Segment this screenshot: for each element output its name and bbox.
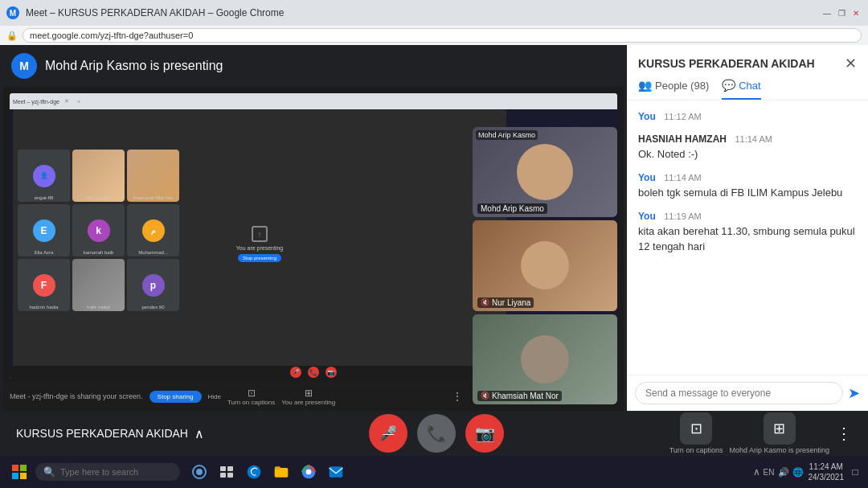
arip-label: Mohd Arip Kasmo	[476, 130, 538, 140]
network-icon[interactable]: 🌐	[792, 467, 804, 478]
cortana-icon	[191, 464, 207, 480]
svg-rect-7	[227, 466, 233, 471]
notification-center[interactable]: □	[849, 465, 862, 478]
captions-btn-icon: ⊡	[680, 412, 712, 445]
hide-button[interactable]: Hide	[208, 393, 221, 400]
captions-control[interactable]: ⊡ Turn on captions	[227, 388, 275, 406]
url-input[interactable]: meet.google.com/yzj-tftn-dge?authuser=0	[23, 28, 862, 43]
sharing-overlay: Meet - yzj-tftn-dge is sharing your scre…	[3, 382, 469, 411]
close-panel-button[interactable]: ✕	[845, 55, 857, 72]
mute-button[interactable]: 🎤 —	[369, 414, 407, 453]
close-button[interactable]: ✕	[850, 7, 862, 18]
captions-button[interactable]: ⊡ Turn on captions	[669, 412, 723, 454]
mini-card-shaoreen: م Muhammad...	[127, 204, 179, 256]
taskview-icon	[219, 464, 235, 480]
msg-text-4: kita akan berehat 11.30, smbung semula p…	[638, 224, 857, 253]
panel-header: KURSUS PERKADERAN AKIDAH ✕	[627, 45, 868, 72]
chat-input[interactable]	[635, 382, 843, 404]
minimize-button[interactable]: —	[821, 7, 833, 18]
chat-message-4: You 11:19 AM kita akan berehat 11.30, sm…	[638, 208, 857, 253]
taskbar-time: 11:24 AM 24/3/2021	[809, 461, 845, 482]
taskbar-search[interactable]: 🔍	[35, 463, 180, 481]
mini-card-pendex: p pendex 90	[127, 259, 179, 311]
taskbar: 🔍	[0, 456, 868, 488]
presenting-icon: ⊞	[305, 388, 313, 399]
camera-off-button[interactable]: 📷	[465, 414, 504, 453]
taskbar-app-mail[interactable]	[323, 459, 349, 485]
captions-btn-label: Turn on captions	[669, 446, 723, 454]
taskbar-search-input[interactable]	[60, 467, 171, 477]
thumb-name-liyana: 🔇 Nur Liyana	[477, 297, 534, 308]
taskbar-app-edge[interactable]	[241, 459, 267, 485]
mini-avatar-pendex: p	[142, 274, 165, 297]
room-name-label: KURSUS PERKADERAN AKIDAH	[16, 427, 188, 440]
chrome-taskbar-icon	[301, 464, 317, 480]
chat-message-1: You 11:12 AM	[638, 109, 857, 123]
taskbar-app-taskview[interactable]	[214, 459, 240, 485]
chevron-up-icon[interactable]: ∧	[194, 426, 204, 441]
thumbnail-khamsiah: 🔇 Khamsiah Mat Nor	[473, 314, 617, 404]
mini-name-shaoreen: Muhammad...	[129, 250, 178, 255]
arip-face	[517, 144, 573, 200]
side-thumbnails: Mohd Arip Kasmo Mohd Arip Kasmo 🔇 Nur Li…	[473, 127, 617, 404]
mini-card-liyana: Nur Liyana	[72, 150, 125, 202]
inner-end-button[interactable]: 📞	[308, 367, 319, 378]
msg-header-3: You 11:14 AM	[638, 170, 857, 184]
mini-avatar-elia: E	[33, 219, 55, 242]
people-icon: 👥	[638, 79, 652, 92]
stop-presenting-button[interactable]: Stop presenting	[238, 254, 281, 262]
khamsiah-name-label: Khamsiah Mat Nor	[492, 392, 559, 400]
chat-tab[interactable]: 💬 Chat	[722, 79, 760, 100]
mini-name-liyana: Nur Liyana	[74, 195, 123, 200]
right-panel: KURSUS PERKADERAN AKIDAH ✕ 👥 People (98)…	[627, 45, 868, 411]
window-title: Meet – KURSUS PERKADERAN AKIDAH – Google…	[26, 7, 284, 18]
explorer-icon	[273, 464, 289, 480]
cam-off-icon: 📷	[475, 424, 495, 443]
presenting-btn-icon: ⊞	[764, 412, 796, 445]
address-bar: 🔒 meet.google.com/yzj-tftn-dge?authuser=…	[0, 26, 868, 45]
volume-icon[interactable]: 🔊	[778, 467, 789, 478]
mini-name-pendex: pendex 90	[129, 305, 178, 310]
liyana-name-label: Nur Liyana	[492, 298, 530, 307]
start-button[interactable]	[6, 459, 32, 485]
inner-mic-button[interactable]: 🎤	[290, 367, 301, 378]
svg-point-13	[306, 470, 312, 475]
more-options-button[interactable]: ⋮	[836, 424, 852, 443]
overlay-more-button[interactable]: ⋮	[452, 390, 463, 403]
end-call-button[interactable]: 📞	[417, 414, 456, 453]
meet-bottom-bar: KURSUS PERKADERAN AKIDAH ∧ 🎤 — 📞 📷 ⊡ Tur…	[0, 411, 868, 456]
mini-name-kamariah: kamariah baib	[74, 250, 123, 255]
windows-logo	[12, 465, 27, 479]
thumb-name-khamsiah: 🔇 Khamsiah Mat Nor	[477, 391, 562, 401]
panel-tabs[interactable]: 👥 People (98) 💬 Chat	[627, 72, 868, 100]
video-area: M Mohd Arip Kasmo is presenting Meet – y…	[0, 45, 627, 411]
mini-name-elia: Elia Azra	[19, 250, 68, 255]
you-presenting: ⊞ You are presenting	[281, 388, 335, 406]
stop-sharing-button[interactable]: Stop sharing	[149, 391, 202, 403]
taskbar-app-cortana[interactable]	[186, 459, 212, 485]
taskbar-app-chrome[interactable]	[296, 459, 321, 485]
mini-photo-hafir	[72, 259, 125, 311]
people-tab[interactable]: 👥 People (98)	[638, 79, 709, 100]
meet-controls[interactable]: 🎤 — 📞 📷	[369, 414, 504, 453]
maximize-button[interactable]: ❐	[836, 7, 847, 18]
main-video: Meet – yzj-tftn-dge ✕ + ↑ You are presen…	[3, 87, 624, 411]
chrome-icon: M	[6, 6, 19, 19]
taskbar-app-explorer[interactable]	[268, 459, 294, 485]
title-bar: M Meet – KURSUS PERKADERAN AKIDAH – Goog…	[0, 0, 868, 26]
thumbnail-liyana: 🔇 Nur Liyana	[473, 220, 617, 310]
mini-avatar: 👤	[33, 165, 55, 187]
presenting-text: You are presenting	[281, 399, 335, 406]
liyana-mic-icon: 🔇	[481, 298, 489, 306]
inner-cam-button[interactable]: 📷	[326, 367, 337, 378]
send-button[interactable]: ➤	[848, 384, 860, 402]
people-tab-label: People (98)	[655, 80, 709, 92]
sharing-text: Meet - yzj-tftn-dge is sharing your scre…	[10, 392, 143, 400]
captions-icon: ⊡	[248, 388, 256, 399]
upload-icon: ↑	[252, 226, 268, 242]
mini-name-khamsiah: Khamsiah Mat Nor	[129, 195, 178, 200]
presenting-button[interactable]: ⊞ Mohd Arip Kasmo is presenting	[729, 412, 829, 454]
liyana-face	[521, 241, 569, 289]
window-controls[interactable]: — ❐ ✕	[821, 7, 862, 18]
mini-avatar-hadzrin: F	[33, 274, 55, 297]
